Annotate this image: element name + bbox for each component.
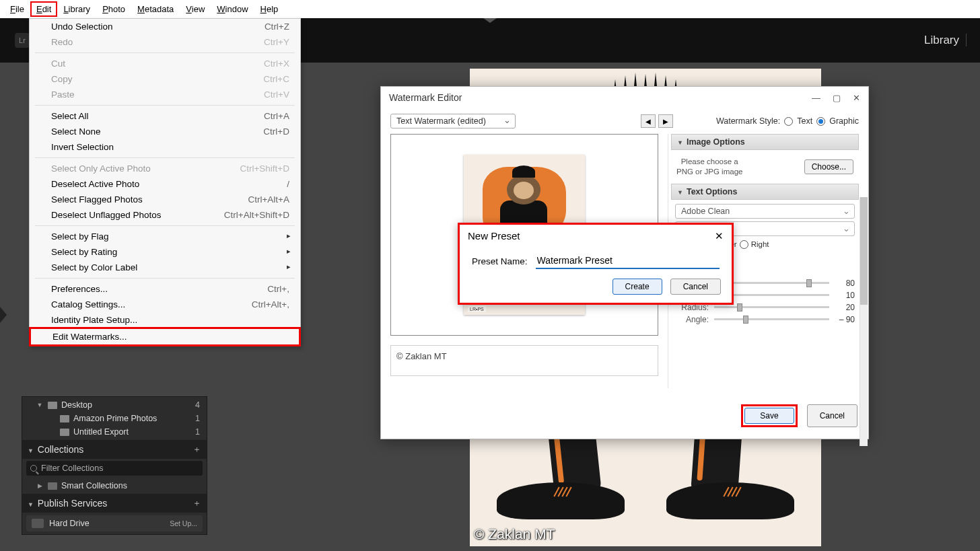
folder-count: 4 [195,400,203,410]
module-library[interactable]: Library [924,34,969,47]
new-preset-title: New Preset [468,230,520,242]
watermark-style-group: Watermark Style: Text Graphic [716,116,859,126]
preset-select[interactable]: Text Watermark (edited) [390,114,516,128]
menu-item-undo-selection[interactable]: Undo SelectionCtrl+Z [30,19,300,34]
collapse-arrow-icon[interactable] [483,18,497,23]
style-text-radio[interactable] [784,117,793,126]
folder-desktop[interactable]: ▼ Desktop 4 [25,398,204,412]
menu-item-invert-selection[interactable]: Invert Selection [30,139,300,155]
menu-item-select-all[interactable]: Select AllCtrl+A [30,108,300,124]
font-select[interactable]: Adobe Clean [675,204,855,219]
save-button[interactable]: Save [744,408,794,424]
add-collection-icon[interactable]: ＋ [193,443,201,455]
folder-icon [60,429,69,436]
menu-photo[interactable]: Photo [96,1,131,17]
folder-label: Amazon Prime Photos [73,414,195,423]
style-graphic-radio[interactable] [816,117,825,126]
publish-setup-link[interactable]: Set Up... [170,519,197,527]
collections-label: Collections [38,444,83,455]
menu-edit[interactable]: Edit [30,1,57,17]
style-graphic-label: Graphic [829,116,859,126]
wme-titlebar: Watermark Editor — ▢ ✕ [381,87,868,108]
hard-drive-icon [32,519,44,528]
menu-item-select-none[interactable]: Select NoneCtrl+D [30,124,300,139]
add-publish-icon[interactable]: ＋ [193,497,201,509]
menu-separator [35,278,295,279]
folder-icon [60,415,69,423]
slider-value: 10 [835,291,855,300]
collections-header[interactable]: ▼ Collections ＋ [22,440,207,459]
np-cancel-button[interactable]: Cancel [670,279,721,295]
menu-help[interactable]: Help [254,1,285,17]
menu-item-preferences[interactable]: Preferences...Ctrl+, [30,281,300,297]
slider-track[interactable] [714,306,829,308]
left-panel-handle[interactable] [0,307,7,323]
next-image-button[interactable]: ▶ [658,114,673,128]
menu-item-identity-plate-setup[interactable]: Identity Plate Setup... [30,312,300,328]
folder-count: 1 [195,414,203,423]
maximize-icon[interactable]: ▢ [833,93,841,103]
image-options-header[interactable]: Image Options [671,134,859,150]
slider-label: Angle: [675,315,709,324]
menu-library[interactable]: Library [57,1,96,17]
slider-track[interactable] [714,318,829,320]
slider-angle[interactable]: Angle:– 90 [675,315,855,324]
filter-collections-input[interactable]: Filter Collections [26,461,203,476]
new-preset-close-icon[interactable]: ✕ [715,230,724,242]
menu-item-deselect-unflagged-photos[interactable]: Deselect Unflagged PhotosCtrl+Alt+Shift+… [30,207,300,223]
slider-value: – 90 [835,315,855,324]
new-preset-dialog: New Preset ✕ Preset Name: Create Cancel [458,223,734,305]
preset-name-label: Preset Name: [472,256,528,266]
app-logo: Lr [15,33,30,48]
close-icon[interactable]: ✕ [853,93,860,103]
cancel-button[interactable]: Cancel [807,404,858,427]
search-icon [30,465,37,472]
menu-item-select-by-color-label[interactable]: Select by Color Label [30,260,300,275]
options-scrollbar[interactable] [860,197,868,446]
choose-image-button[interactable]: Choose... [804,159,853,174]
publish-services-header[interactable]: ▼ Publish Services ＋ [22,494,207,513]
smart-collections[interactable]: ▶ Smart Collections [25,479,204,492]
menu-item-cut: CutCtrl+X [30,56,300,71]
menu-item-select-by-rating[interactable]: Select by Rating [30,244,300,260]
create-button[interactable]: Create [612,279,662,295]
publish-item-label: Hard Drive [49,519,90,528]
image-options-hint: Please choose a PNG or JPG image [676,157,742,177]
prev-image-button[interactable]: ◀ [641,114,656,128]
menu-separator [35,157,295,158]
menu-item-select-only-active-photo: Select Only Active PhotoCtrl+Shift+D [30,161,300,176]
menubar: File Edit Library Photo Metadata View Wi… [0,0,980,18]
publish-hard-drive[interactable]: Hard Drive Set Up... [26,515,203,531]
align-right-label: Right [751,240,769,248]
folder-amazon-prime[interactable]: Amazon Prime Photos 1 [25,412,204,425]
copyright-text-input[interactable]: © Zaklan MT [390,345,658,376]
menu-metadata[interactable]: Metadata [131,1,180,17]
minimize-icon[interactable]: — [812,93,820,103]
style-text-label: Text [797,116,812,126]
smart-collections-label: Smart Collections [61,481,203,490]
menu-window[interactable]: Window [211,1,254,17]
menu-separator [35,225,295,226]
menu-item-catalog-settings[interactable]: Catalog Settings...Ctrl+Alt+, [30,297,300,312]
menu-separator [35,105,295,106]
menu-item-paste: PasteCtrl+V [30,87,300,102]
align-right-radio[interactable] [740,240,748,249]
text-options-header[interactable]: Text Options [671,184,859,200]
canvas-watermark-text: © Zaklan MT [474,526,555,542]
smart-collection-icon [48,482,57,490]
filter-placeholder: Filter Collections [41,464,103,473]
menu-file[interactable]: File [4,1,30,17]
preset-name-input[interactable] [536,253,720,269]
folder-untitled-export[interactable]: Untitled Export 1 [25,425,204,439]
menu-item-deselect-active-photo[interactable]: Deselect Active Photo/ [30,176,300,192]
folder-count: 1 [195,427,203,437]
menu-item-select-flagged-photos[interactable]: Select Flagged PhotosCtrl+Alt+A [30,192,300,207]
folder-label: Untitled Export [73,427,195,437]
menu-view[interactable]: View [180,1,211,17]
edit-menu-dropdown: Undo SelectionCtrl+ZRedoCtrl+YCutCtrl+XC… [29,18,301,346]
menu-separator [35,52,295,53]
menu-item-select-by-flag[interactable]: Select by Flag [30,229,300,244]
menu-item-edit-watermarks[interactable]: Edit Watermarks... [29,327,301,346]
wme-title-text: Watermark Editor [389,92,462,103]
left-sidebar-fragment: ▼ Desktop 4 Amazon Prime Photos 1 Untitl… [22,396,207,535]
